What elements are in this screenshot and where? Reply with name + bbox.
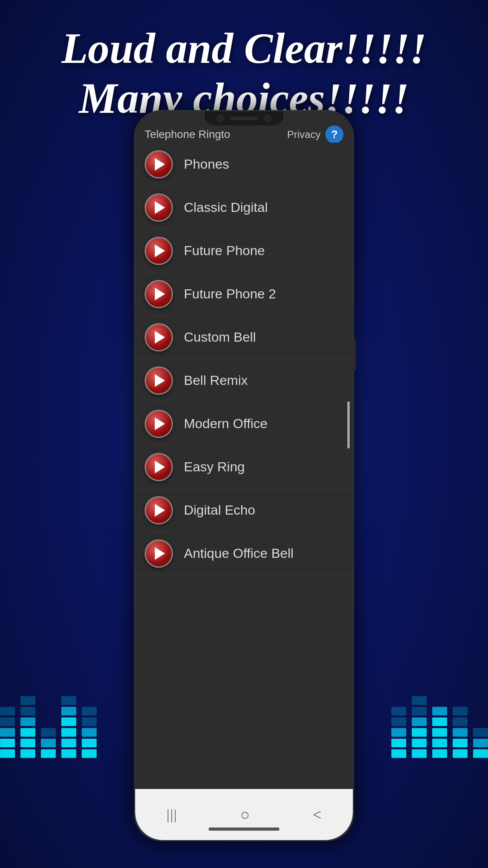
ringtone-list: Phones Classic Digital Future Phone Futu… — [135, 143, 353, 789]
earpiece-speaker — [230, 116, 258, 120]
phone-screen: Telephone Ringtо Privacy ? Phones Classi… — [135, 111, 353, 840]
phone-device: Telephone Ringtо Privacy ? Phones Classi… — [134, 110, 354, 841]
ringtone-label: Modern Office — [184, 416, 268, 431]
phone-side-button — [353, 339, 356, 371]
play-button[interactable] — [145, 496, 173, 524]
header-section: Loud and Clear!!!!! Many choices!!!!! — [0, 24, 488, 123]
play-icon — [155, 245, 165, 257]
header-line1: Loud and Clear!!!!! — [16, 24, 472, 74]
home-button[interactable]: ○ — [240, 805, 250, 824]
list-item[interactable]: Bell Remix — [135, 359, 353, 402]
play-button[interactable] — [145, 280, 173, 308]
list-item[interactable]: Antique Office Bell — [135, 532, 353, 575]
ringtone-label: Phones — [184, 156, 229, 172]
front-sensor — [264, 115, 271, 122]
play-icon — [155, 417, 165, 430]
app-title: Telephone Ringtо — [145, 128, 230, 141]
header-actions: Privacy ? — [287, 125, 343, 143]
play-icon — [155, 504, 165, 517]
play-button[interactable] — [145, 366, 173, 395]
bottom-navigation: ||| ○ < — [135, 789, 353, 840]
ringtone-label: Easy Ring — [184, 459, 245, 474]
play-button[interactable] — [145, 539, 173, 568]
phone-bottom-pill — [209, 828, 279, 831]
play-button[interactable] — [145, 150, 173, 178]
list-item[interactable]: Custom Bell — [135, 316, 353, 359]
list-item[interactable]: Easy Ring — [135, 445, 353, 489]
list-item[interactable]: Phones — [135, 143, 353, 186]
play-button[interactable] — [145, 410, 173, 438]
scroll-indicator[interactable] — [347, 401, 350, 449]
ringtone-label: Future Phone 2 — [184, 286, 276, 302]
list-item[interactable]: Future Phone 2 — [135, 272, 353, 316]
play-button[interactable] — [145, 193, 173, 222]
help-button[interactable]: ? — [325, 125, 343, 143]
list-item[interactable]: Future Phone — [135, 229, 353, 272]
eq-bars-right — [391, 696, 488, 758]
ringtone-label: Custom Bell — [184, 329, 256, 345]
play-icon — [155, 461, 165, 473]
play-button[interactable] — [145, 237, 173, 265]
ringtone-label: Future Phone — [184, 243, 265, 258]
list-item[interactable]: Digital Echo — [135, 489, 353, 532]
eq-bars-left — [0, 696, 97, 758]
phone-notch — [205, 111, 283, 125]
front-camera — [217, 115, 224, 122]
play-icon — [155, 331, 165, 344]
privacy-button[interactable]: Privacy — [287, 129, 321, 141]
back-button[interactable]: < — [312, 805, 321, 824]
ringtone-label: Bell Remix — [184, 373, 248, 388]
ringtone-label: Antique Office Bell — [184, 546, 294, 561]
header-title: Loud and Clear!!!!! Many choices!!!!! — [16, 24, 472, 123]
list-item[interactable]: Classic Digital — [135, 186, 353, 229]
recent-apps-button[interactable]: ||| — [167, 806, 178, 823]
play-icon — [155, 374, 165, 387]
ringtone-label: Classic Digital — [184, 200, 268, 215]
play-icon — [155, 288, 165, 300]
play-icon — [155, 201, 165, 214]
ringtone-label: Digital Echo — [184, 502, 255, 518]
list-item[interactable]: Modern Office — [135, 402, 353, 445]
ringtone-items-container: Phones Classic Digital Future Phone Futu… — [135, 143, 353, 575]
play-icon — [155, 158, 165, 171]
play-button[interactable] — [145, 323, 173, 351]
play-button[interactable] — [145, 453, 173, 481]
play-icon — [155, 547, 165, 560]
